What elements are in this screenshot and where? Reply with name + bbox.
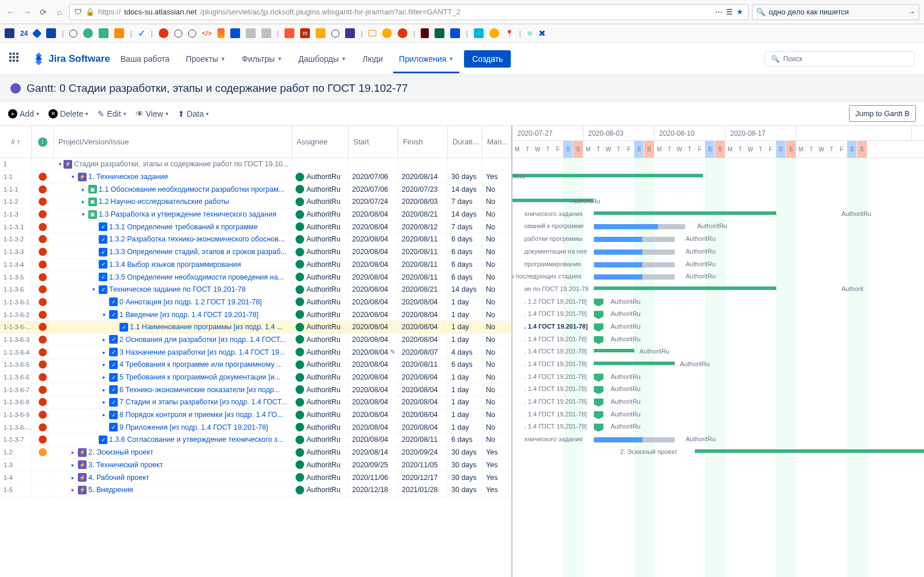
tree-toggle[interactable]: ▸ — [69, 475, 76, 481]
bookmark-icon[interactable] — [246, 28, 256, 38]
task-title[interactable]: 7 Стадии и этапы разработки [из подр. 1.… — [119, 398, 287, 406]
tree-toggle[interactable]: ▸ — [80, 187, 87, 192]
create-button[interactable]: Создать — [464, 50, 511, 68]
nav-dashboards[interactable]: Дашборды▼ — [293, 51, 352, 67]
bookmark-icon[interactable] — [345, 28, 355, 38]
edit-button[interactable]: ✎Edit▾ — [98, 109, 126, 118]
gantt-bar[interactable] — [594, 336, 604, 344]
col-duration[interactable]: Durati... — [448, 126, 482, 158]
bookmark-icon[interactable] — [382, 28, 392, 38]
task-row[interactable]: 1-3 ▸ ⚡ 3. Технический проект AuthoritRu… — [0, 459, 511, 472]
col-assignee[interactable]: Assignee — [292, 126, 349, 158]
task-title[interactable]: 0 Аннотация [из подр. 1.2 ГОСТ 19.201-78… — [119, 298, 262, 306]
task-row[interactable]: 1-1-3-5 1.3.5 Определение необходимости … — [0, 271, 511, 284]
task-row[interactable]: 1-1-3-6-... 1.1 Наименование программы [… — [0, 321, 511, 334]
jump-button[interactable]: Jump to Gantt B — [849, 105, 916, 122]
tree-toggle[interactable]: ▸ — [69, 487, 76, 493]
tree-toggle[interactable]: ▸ — [100, 412, 107, 418]
task-title[interactable]: 1.1 Наименование программы [из подр. 1.4… — [130, 323, 283, 331]
tree-toggle[interactable]: ▾ — [100, 312, 107, 318]
task-row[interactable]: 1-1-3-1 1.3.1 Определение требований к п… — [0, 221, 511, 233]
task-row[interactable]: 1-1-3-2 1.3.2 Разработка технико-экономи… — [0, 233, 511, 246]
task-row[interactable]: 1-1-3-6-3 ▸ 2 Основания для разработки [… — [0, 334, 511, 347]
data-button[interactable]: ⬆Data▾ — [178, 109, 210, 118]
task-row[interactable]: 1-1-3 ▾ ▣ 1.3 Разработка и утверждение т… — [0, 209, 511, 221]
delete-button[interactable]: ✕Delete▾ — [48, 109, 88, 118]
task-row[interactable]: 1-1-3-7 1.3.6 Согласование и утверждение… — [0, 434, 511, 446]
task-row[interactable]: 1-1-3-6-9 ▸ 8 Порядок контроля и приемки… — [0, 409, 511, 422]
task-title[interactable]: 1.3.3 Определение стадий, этапов и сроко… — [109, 248, 287, 256]
tree-toggle[interactable]: ▸ — [69, 449, 76, 455]
task-title[interactable]: 1.3.4 Выбор языков программирования — [109, 260, 241, 269]
bookmark-icon[interactable]: ✖ — [538, 28, 546, 39]
task-title[interactable]: 9 Приложения [из подр. 1.4 ГОСТ 19.201-7… — [119, 423, 268, 431]
bookmark-icon[interactable]: 📍 — [505, 29, 514, 38]
task-title[interactable]: Техническое задание по ГОСТ 19.201-78 — [109, 285, 246, 293]
gantt-bar[interactable] — [594, 224, 685, 229]
task-title[interactable]: 1.3 Разработка и утверждение техническог… — [99, 210, 276, 218]
bookmark-icon[interactable] — [83, 28, 93, 38]
bookmark-icon[interactable] — [489, 28, 499, 38]
task-row[interactable]: 1-1-3-6-7 ▸ 6 Технико-экономические пока… — [0, 384, 511, 396]
gantt-bar[interactable] — [594, 211, 776, 215]
tree-toggle[interactable]: ▾ — [69, 174, 76, 180]
tree-toggle[interactable]: ▸ — [80, 199, 87, 204]
nav-people[interactable]: Люди — [357, 51, 388, 67]
col-start[interactable]: Start — [349, 126, 398, 158]
task-row[interactable]: 1-1-3-6-... 9 Приложения [из подр. 1.4 Г… — [0, 421, 511, 434]
bookmark-icon[interactable] — [69, 29, 77, 38]
nav-projects[interactable]: Проекты▼ — [180, 51, 231, 67]
task-row[interactable]: 1-1-3-4 1.3.4 Выбор языков программирова… — [0, 259, 511, 271]
task-row[interactable]: 1-1-3-6-2 ▾ 1 Введение [из подр. 1.4 ГОС… — [0, 308, 511, 321]
gantt-bar[interactable] — [594, 323, 604, 332]
reader-icon[interactable]: ☰ — [726, 8, 733, 16]
gantt-bar[interactable] — [594, 423, 604, 431]
add-button[interactable]: +Add▾ — [8, 109, 39, 118]
task-row[interactable]: 1-1-3-6-8 ▸ 7 Стадии и этапы разработки … — [0, 396, 511, 409]
apps-menu-icon[interactable] — [9, 53, 22, 65]
gantt-bar[interactable] — [594, 386, 604, 394]
task-title[interactable]: 5 Требования к программной документации … — [119, 373, 280, 381]
bookmark-icon[interactable] — [188, 29, 196, 38]
bookmark-icon[interactable] — [474, 28, 484, 38]
gantt-bar[interactable] — [594, 311, 604, 319]
bookmark-star-icon[interactable]: ★ — [736, 8, 743, 16]
bookmark-icon[interactable]: ✓ — [138, 28, 145, 39]
back-button[interactable]: ← — [5, 6, 17, 18]
task-row[interactable]: 1-1-1 ▸ ▣ 1.1 Обоснование необходимости … — [0, 183, 511, 196]
gantt-bar[interactable] — [594, 411, 604, 419]
task-row[interactable]: 1-4 ▸ ⚡ 4. Рабочий проект AuthoritRu 202… — [0, 471, 511, 484]
view-button[interactable]: 👁View▾ — [136, 109, 169, 118]
bookmark-icon[interactable] — [174, 29, 182, 38]
task-title[interactable]: 1.2 Научно-исследовательские работы — [99, 198, 229, 206]
gantt-bar[interactable] — [594, 362, 675, 365]
task-title[interactable]: Стадии разработки, этапы и содержание ра… — [74, 160, 289, 168]
gantt-bar[interactable] — [594, 262, 675, 267]
bookmark-icon[interactable] — [398, 28, 407, 38]
task-row[interactable]: 1-1-3-6-1 0 Аннотация [из подр. 1.2 ГОСТ… — [0, 296, 511, 309]
bookmark-icon[interactable] — [368, 30, 376, 36]
task-row[interactable]: 1-1 ▾ ⚡ 1. Техническое задание AuthoritR… — [0, 171, 511, 184]
task-title[interactable]: 8 Порядок контроля и приемки [из подр. 1… — [119, 411, 283, 419]
task-title[interactable]: 3. Технический проект — [88, 461, 163, 469]
tree-toggle[interactable]: ▸ — [100, 399, 107, 405]
gantt-bar[interactable] — [594, 237, 675, 242]
bookmark-icon[interactable] — [218, 28, 225, 38]
task-row[interactable]: 1-1-3-3 1.3.3 Определение стадий, этапов… — [0, 246, 511, 259]
task-title[interactable]: 1.3.5 Определение необходимости проведен… — [109, 273, 284, 281]
tree-toggle[interactable]: ▸ — [100, 362, 107, 367]
bookmark-icon[interactable]: </> — [202, 29, 212, 38]
tree-toggle[interactable]: ▸ — [69, 462, 76, 468]
task-title[interactable]: 2. Эскизный проект — [88, 448, 154, 456]
task-title[interactable]: 6 Технико-экономические показатели [из п… — [119, 386, 280, 394]
jira-search[interactable]: 🔍 Поиск — [765, 51, 915, 66]
task-title[interactable]: 1.3.6 Согласование и утверждение техниче… — [109, 435, 283, 444]
bookmark-icon[interactable] — [421, 28, 429, 38]
edit-pencil-icon[interactable]: ✎ — [390, 348, 395, 356]
tree-toggle[interactable]: ▸ — [100, 337, 107, 343]
url-bar[interactable]: 🛡 🔒 https://tdocs-su.atlassian.net/plugi… — [69, 4, 749, 20]
task-row[interactable]: 1-1-3-6-4 ▸ 3 Назначение разработки [из … — [0, 346, 511, 359]
bookmark-icon[interactable] — [99, 28, 109, 38]
bookmark-icon[interactable] — [331, 29, 339, 38]
bookmark-icon[interactable] — [285, 28, 294, 38]
